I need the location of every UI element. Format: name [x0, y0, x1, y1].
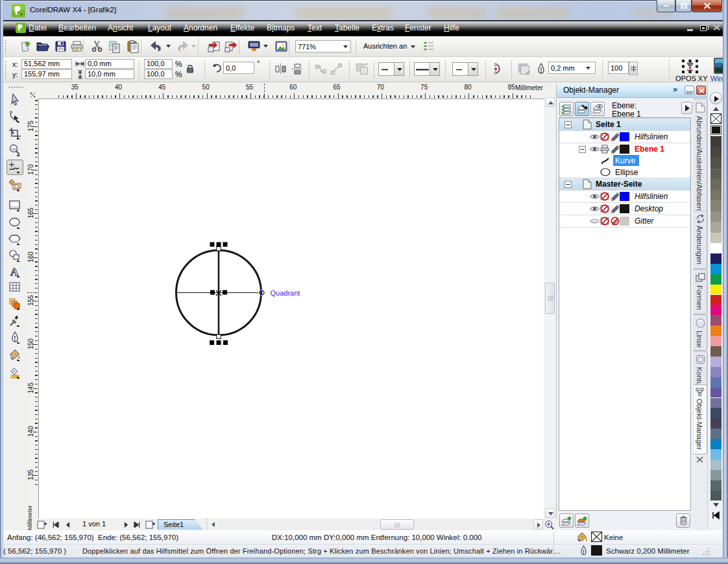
svg-text:Quadrant: Quadrant [271, 289, 300, 297]
